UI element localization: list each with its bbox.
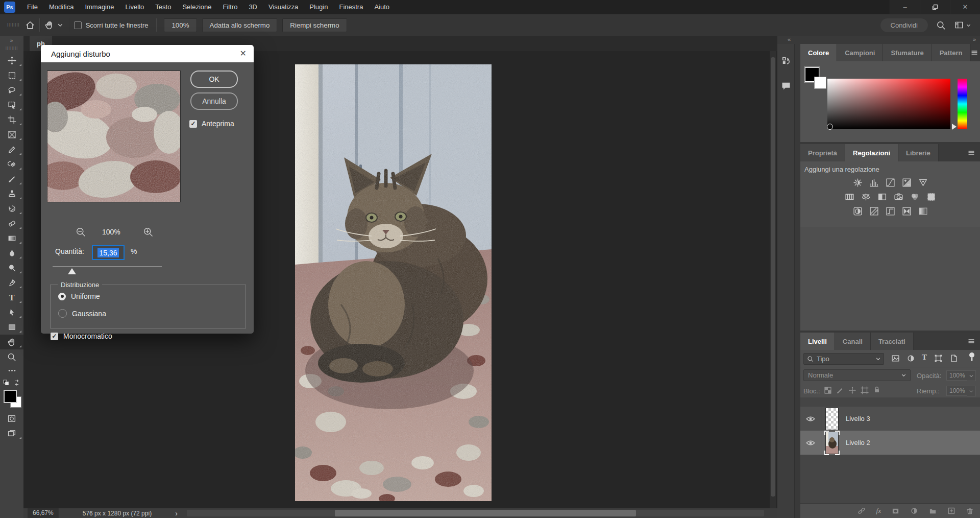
layer-visibility-toggle[interactable] xyxy=(800,431,821,455)
home-icon[interactable] xyxy=(25,20,35,30)
hand-tool-chevron-icon[interactable] xyxy=(58,23,63,27)
posterize-icon[interactable] xyxy=(869,206,879,216)
channel-mixer-icon[interactable] xyxy=(910,192,920,202)
close-button[interactable]: ✕ xyxy=(950,0,980,14)
tab-sfumature[interactable]: Sfumature xyxy=(883,44,932,61)
color-field-cursor[interactable] xyxy=(827,124,833,130)
uniform-radio[interactable] xyxy=(58,293,66,300)
hue-slider-pointer[interactable] xyxy=(952,124,957,130)
eyedropper-tool[interactable] xyxy=(0,142,23,157)
type-tool[interactable]: T xyxy=(0,290,23,305)
lock-artboard-icon[interactable] xyxy=(861,386,869,394)
vertical-scrollbar[interactable] xyxy=(770,51,776,508)
layer-thumbnail[interactable] xyxy=(825,432,839,454)
comments-panel-icon[interactable] xyxy=(777,76,794,96)
fill-screen-button[interactable]: Riempi schermo xyxy=(282,18,347,32)
menu-aiuto[interactable]: Aiuto xyxy=(369,0,395,14)
layer-style-fx-icon[interactable]: fx xyxy=(876,507,881,515)
menu-modifica[interactable]: Modifica xyxy=(43,0,79,14)
saturation-brightness-field[interactable] xyxy=(827,79,950,129)
adjustments-panel-menu-icon[interactable] xyxy=(968,144,980,161)
blur-tool[interactable] xyxy=(0,246,23,261)
hue-slider[interactable] xyxy=(958,79,967,129)
preview-checkbox[interactable]: ✓ xyxy=(189,120,197,128)
fit-screen-button[interactable]: Adatta allo schermo xyxy=(202,18,278,32)
quick-mask-button[interactable] xyxy=(0,411,23,426)
filter-type-icon[interactable]: T xyxy=(922,353,927,362)
scroll-all-windows-checkbox[interactable] xyxy=(74,21,82,29)
menu-livello[interactable]: Livello xyxy=(119,0,150,14)
collapse-panels-icon[interactable]: » xyxy=(973,36,976,42)
healing-brush-tool[interactable] xyxy=(0,157,23,172)
selective-color-icon[interactable] xyxy=(918,206,928,216)
workspace-icon[interactable] xyxy=(954,20,971,30)
layer-thumbnail[interactable] xyxy=(825,408,839,430)
menu-plugin[interactable]: Plugin xyxy=(304,0,333,14)
background-color-well[interactable] xyxy=(814,77,826,89)
tab-colore[interactable]: Colore xyxy=(800,44,837,61)
pen-tool[interactable] xyxy=(0,275,23,290)
hand-tool-option-icon[interactable] xyxy=(44,20,55,30)
color-lookup-icon[interactable] xyxy=(926,192,936,202)
filter-shape-icon[interactable] xyxy=(934,354,943,363)
preview-option[interactable]: ✓ Anteprima xyxy=(189,120,234,128)
move-tool[interactable] xyxy=(0,53,23,68)
curves-icon[interactable] xyxy=(886,178,895,187)
layer-row-livello-3[interactable]: Livello 3 xyxy=(800,407,980,431)
tab-tracciati[interactable]: Tracciati xyxy=(871,333,914,350)
brightness-contrast-icon[interactable] xyxy=(853,178,863,187)
search-icon[interactable] xyxy=(936,20,946,30)
new-layer-icon[interactable] xyxy=(947,507,955,515)
menu-file[interactable]: File xyxy=(21,0,43,14)
filter-smart-object-icon[interactable] xyxy=(949,354,958,363)
status-popup-chevron-icon[interactable]: › xyxy=(175,509,178,517)
link-layers-icon[interactable] xyxy=(857,507,866,515)
opacity-chevron-icon[interactable] xyxy=(967,370,976,381)
menu-filtro[interactable]: Filtro xyxy=(217,0,243,14)
zoom-tool[interactable] xyxy=(0,349,23,364)
history-brush-tool[interactable] xyxy=(0,201,23,216)
tab-proprieta[interactable]: Proprietà xyxy=(800,144,845,161)
horizontal-scrollbar[interactable] xyxy=(187,510,764,516)
layers-panel-menu-icon[interactable] xyxy=(968,333,980,350)
dodge-tool[interactable] xyxy=(0,261,23,275)
layer-filter-select[interactable]: Tipo xyxy=(803,353,884,365)
blend-mode-select[interactable]: Normale xyxy=(803,369,911,381)
threshold-icon[interactable] xyxy=(886,206,895,216)
toolbar-collapse-icon[interactable]: » xyxy=(10,38,14,43)
lock-all-icon[interactable] xyxy=(873,386,881,394)
vibrance-icon[interactable] xyxy=(918,178,928,187)
lasso-tool[interactable] xyxy=(0,83,23,98)
hand-tool[interactable] xyxy=(0,335,23,349)
preview-zoom-out-icon[interactable] xyxy=(76,227,86,238)
brush-tool[interactable] xyxy=(0,172,23,186)
restore-button[interactable] xyxy=(920,0,950,14)
layer-name[interactable]: Livello 3 xyxy=(846,415,870,422)
levels-icon[interactable] xyxy=(869,178,879,187)
dialog-title-bar[interactable]: Aggiungi disturbo ✕ xyxy=(41,45,254,62)
default-colors-icon[interactable] xyxy=(3,379,11,387)
exposure-icon[interactable] xyxy=(902,178,912,187)
tab-campioni[interactable]: Campioni xyxy=(837,44,883,61)
opacity-value[interactable]: 100% xyxy=(946,370,968,381)
color-panel-menu-icon[interactable] xyxy=(971,44,980,61)
new-adjustment-layer-icon[interactable] xyxy=(910,507,918,515)
gaussian-radio[interactable] xyxy=(58,309,67,318)
horizontal-scrollbar-thumb[interactable] xyxy=(335,510,636,516)
filter-image-icon[interactable] xyxy=(891,354,900,363)
screen-mode-button[interactable] xyxy=(0,426,23,441)
object-selection-tool[interactable] xyxy=(0,98,23,112)
dialog-close-icon[interactable]: ✕ xyxy=(240,49,247,59)
vertical-scrollbar-thumb[interactable] xyxy=(771,57,775,497)
cancel-button[interactable]: Annulla xyxy=(190,92,238,110)
edit-toolbar-ellipsis[interactable] xyxy=(0,364,23,376)
tab-regolazioni[interactable]: Regolazioni xyxy=(845,144,898,161)
tab-librerie[interactable]: Librerie xyxy=(898,144,939,161)
eraser-tool[interactable] xyxy=(0,216,23,231)
invert-icon[interactable] xyxy=(853,206,863,216)
layer-row-livello-2[interactable]: Livello 2 xyxy=(800,431,980,455)
foreground-color-swatch[interactable] xyxy=(4,390,17,403)
document-image[interactable] xyxy=(295,64,492,501)
monochromatic-checkbox[interactable]: ✓ xyxy=(51,333,58,340)
new-group-icon[interactable] xyxy=(928,507,937,515)
